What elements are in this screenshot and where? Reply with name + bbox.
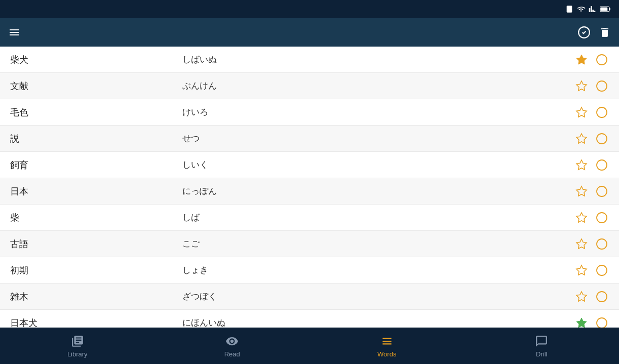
nav-item-words[interactable]: Words	[310, 328, 465, 364]
word-actions	[574, 184, 609, 198]
svg-marker-15	[576, 186, 587, 196]
star-button[interactable]	[574, 184, 589, 198]
table-row: 飼育 しいく	[0, 152, 619, 178]
word-kanji: 日本	[10, 185, 182, 197]
svg-marker-19	[576, 239, 587, 249]
word-reading: にほんいぬ	[182, 317, 574, 328]
word-actions	[574, 132, 609, 146]
word-kanji: 古語	[10, 238, 182, 250]
word-actions	[574, 211, 609, 225]
svg-marker-17	[576, 213, 587, 222]
word-list: 柴犬 しばいぬ 文献 ぶんけん 毛色 けいろ	[0, 47, 619, 328]
circle-button[interactable]	[595, 158, 609, 172]
table-row: 日本 にっぽん	[0, 178, 619, 205]
svg-point-24	[597, 292, 607, 302]
word-actions	[574, 290, 609, 304]
delete-button[interactable]	[599, 26, 611, 38]
star-button[interactable]	[574, 316, 589, 328]
svg-point-12	[597, 134, 607, 144]
circle-button[interactable]	[595, 53, 609, 67]
svg-rect-2	[609, 8, 610, 11]
word-reading: せつ	[182, 133, 574, 144]
svg-point-8	[597, 81, 607, 91]
word-reading: こご	[182, 238, 574, 250]
word-reading: にっぽん	[182, 185, 574, 197]
word-actions	[574, 53, 609, 67]
word-reading: しょき	[182, 264, 574, 276]
nav-label-library: Library	[67, 350, 88, 358]
word-actions	[574, 158, 609, 172]
table-row: 古語 こご	[0, 231, 619, 257]
word-actions	[574, 263, 609, 277]
table-row: 雑木 ざつぼく	[0, 284, 619, 310]
star-button[interactable]	[574, 105, 589, 119]
word-reading: けいろ	[182, 106, 574, 118]
library-icon	[70, 334, 85, 348]
circle-button[interactable]	[595, 132, 609, 146]
sim-icon	[565, 5, 573, 13]
svg-point-22	[597, 265, 607, 275]
table-row: 文献 ぶんけん	[0, 73, 619, 99]
circle-button[interactable]	[595, 79, 609, 93]
word-reading: ざつぼく	[182, 291, 574, 302]
svg-point-18	[597, 213, 607, 223]
circle-button[interactable]	[595, 290, 609, 304]
svg-marker-21	[576, 265, 587, 275]
star-button[interactable]	[574, 79, 589, 93]
svg-point-10	[597, 107, 607, 117]
word-actions	[574, 105, 609, 119]
content-area: 柴犬 しばいぬ 文献 ぶんけん 毛色 けいろ	[0, 47, 619, 328]
table-row: 柴 しば	[0, 205, 619, 231]
svg-marker-13	[576, 160, 587, 170]
word-kanji: 毛色	[10, 106, 182, 118]
word-kanji: 初期	[10, 264, 182, 276]
word-reading: しば	[182, 212, 574, 223]
star-button[interactable]	[574, 158, 589, 172]
status-icons	[565, 5, 611, 13]
svg-marker-7	[576, 81, 587, 91]
star-button[interactable]	[574, 290, 589, 304]
word-reading: ぶんけん	[182, 80, 574, 92]
circle-button[interactable]	[595, 316, 609, 328]
read-icon	[225, 334, 239, 348]
word-kanji: 日本犬	[10, 317, 182, 328]
word-kanji: 文献	[10, 80, 182, 92]
nav-label-drill: Drill	[536, 350, 547, 358]
word-kanji: 柴犬	[10, 54, 182, 66]
circle-button[interactable]	[595, 263, 609, 277]
nav-item-drill[interactable]: Drill	[465, 328, 620, 364]
bottom-nav: Library Read Words Drill	[0, 328, 619, 364]
wifi-icon	[576, 5, 586, 13]
table-row: 説 せつ	[0, 126, 619, 152]
svg-marker-25	[576, 318, 587, 328]
words-icon	[380, 334, 394, 348]
table-row: 毛色 けいろ	[0, 99, 619, 126]
nav-item-library[interactable]: Library	[0, 328, 155, 364]
check-circle-button[interactable]	[577, 26, 591, 39]
circle-button[interactable]	[595, 105, 609, 119]
word-kanji: 飼育	[10, 159, 182, 171]
svg-point-20	[597, 239, 607, 249]
svg-marker-11	[576, 134, 587, 143]
svg-marker-23	[576, 292, 587, 301]
battery-icon	[600, 6, 611, 13]
nav-label-words: Words	[377, 350, 396, 358]
star-button[interactable]	[574, 132, 589, 146]
svg-marker-9	[576, 107, 587, 117]
word-kanji: 説	[10, 133, 182, 145]
star-button[interactable]	[574, 263, 589, 277]
star-button[interactable]	[574, 237, 589, 251]
star-button[interactable]	[574, 53, 589, 67]
star-button[interactable]	[574, 211, 589, 225]
word-kanji: 雑木	[10, 291, 182, 303]
header	[0, 18, 619, 47]
header-actions	[577, 26, 611, 39]
menu-button[interactable]	[8, 26, 20, 38]
circle-button[interactable]	[595, 184, 609, 198]
circle-button[interactable]	[595, 211, 609, 225]
signal-icon	[589, 5, 597, 13]
table-row: 初期 しょき	[0, 257, 619, 284]
circle-button[interactable]	[595, 237, 609, 251]
word-reading: しばいぬ	[182, 54, 574, 65]
nav-item-read[interactable]: Read	[155, 328, 310, 364]
